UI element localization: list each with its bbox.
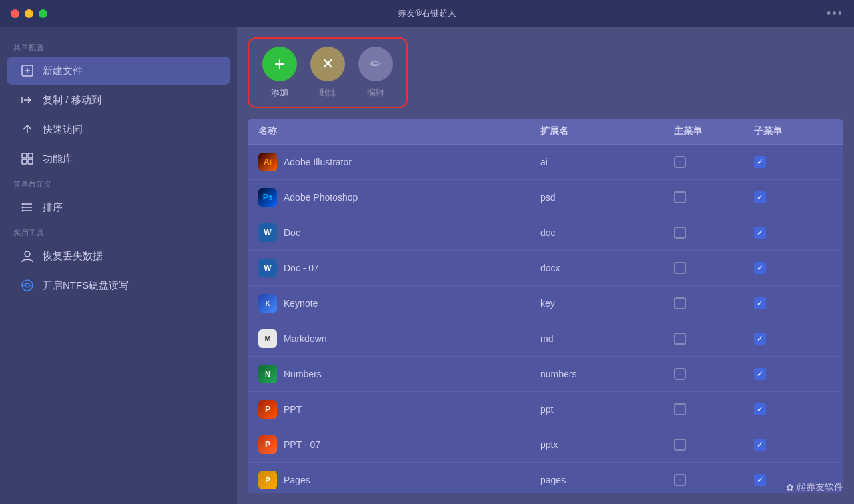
sidebar-item-copy-move[interactable]: 复制 / 移动到 [7,86,230,114]
cell-sub-7 [743,401,823,418]
checkbox-main-4[interactable] [674,297,686,309]
app-name: Markdown [284,333,327,344]
cell-ext-3: docx [530,260,663,276]
sidebar-item-recover-data[interactable]: 恢复丢失数据 [7,242,230,270]
cell-ext-7: ppt [530,401,663,417]
app-icon-word: W [258,259,277,277]
app-name: Keynote [284,298,318,309]
header-name: 名称 [248,125,530,137]
svg-rect-7 [28,159,33,164]
checkbox-main-9[interactable] [674,474,686,486]
titlebar: 赤友®右键超人 ••• [0,0,854,27]
checkbox-main-8[interactable] [674,439,686,451]
cell-ext-4: key [530,295,663,311]
main-layout: 菜单配置 新建文件 ▶ 复制 / 移动到 [0,27,854,504]
sidebar-item-function-library[interactable]: 功能库 [7,145,230,173]
checkbox-sub-3[interactable] [754,262,766,274]
checkbox-main-2[interactable] [674,227,686,239]
cell-sub-1 [743,189,823,206]
cell-main-4 [663,295,743,312]
delete-icon: ✕ [310,47,345,81]
app-name: Numbers [284,369,322,379]
edit-button[interactable]: ✏ 编辑 [358,47,393,99]
cell-main-7 [663,401,743,418]
svg-point-11 [22,203,24,205]
cell-sub-0 [743,153,823,171]
header-sub-menu: 子菜单 [743,125,823,137]
more-options-button[interactable]: ••• [827,7,843,21]
table-row[interactable]: PsAdobe Photoshoppsd [248,180,843,215]
cell-main-1 [663,189,743,206]
app-name: Doc - 07 [284,263,319,273]
svg-rect-4 [22,153,27,158]
edit-icon: ✏ [358,47,393,81]
table-row[interactable]: PPagespages [248,463,843,493]
watermark-text: @赤友软件 [797,481,843,493]
cell-name-8: PPPT - 07 [248,433,530,457]
app-icon-photoshop: Ps [258,188,277,207]
app-icon-numbers: N [258,365,277,383]
checkbox-sub-0[interactable] [754,156,766,168]
checkbox-main-3[interactable] [674,262,686,274]
checkbox-main-5[interactable] [674,333,686,345]
table-row[interactable]: WDoc - 07docx [248,251,843,286]
cell-main-0 [663,153,743,171]
sidebar-item-quick-access[interactable]: 快速访问 [7,115,230,143]
table-row[interactable]: AiAdobe Illustratorai [248,145,843,180]
checkbox-main-1[interactable] [674,191,686,203]
minimize-button[interactable] [25,9,33,18]
svg-rect-6 [22,159,27,164]
sidebar-item-recover-data-label: 恢复丢失数据 [43,250,103,263]
checkbox-sub-4[interactable] [754,297,766,309]
cell-ext-2: doc [530,225,663,241]
sidebar-item-ntfs[interactable]: 开启NTFS硬盘读写 [7,271,230,299]
checkbox-sub-9[interactable] [754,474,766,486]
checkbox-main-7[interactable] [674,403,686,415]
cell-sub-5 [743,330,823,347]
checkbox-sub-5[interactable] [754,333,766,345]
cell-ext-9: pages [530,472,663,488]
delete-button[interactable]: ✕ 删除 [310,47,345,99]
close-button[interactable] [11,9,19,18]
table-row[interactable]: PPPTppt [248,392,843,427]
cell-sub-3 [743,259,823,277]
checkbox-main-0[interactable] [674,156,686,168]
table-row[interactable]: KKeynotekey [248,286,843,321]
app-icon-illustrator: Ai [258,153,277,171]
app-name: PPT [284,404,302,415]
table-row[interactable]: WDocdoc [248,215,843,251]
sidebar-item-new-file[interactable]: 新建文件 ▶ [7,57,230,85]
add-button[interactable]: + 添加 [262,47,297,99]
table-row[interactable]: PPPT - 07pptx [248,427,843,463]
app-icon-ppt: P [258,400,277,419]
add-label: 添加 [271,87,288,99]
table-header: 名称 扩展名 主菜单 子菜单 [248,119,843,145]
cell-name-6: NNumbers [248,362,530,386]
maximize-button[interactable] [39,9,47,18]
table-row[interactable]: NNumbersnumbers [248,357,843,392]
cell-name-9: PPages [248,468,530,492]
checkbox-sub-1[interactable] [754,191,766,203]
app-name: Adobe Illustrator [284,157,352,167]
sidebar-item-sort[interactable]: 排序 [7,193,230,221]
svg-rect-5 [28,153,33,158]
checkbox-main-6[interactable] [674,368,686,380]
cell-ext-6: numbers [530,366,663,382]
cell-main-5 [663,330,743,347]
content-area: + 添加 ✕ 删除 ✏ 编辑 名称 扩展名 主菜单 子菜单 Ai [237,27,854,504]
cell-sub-2 [743,224,823,241]
checkbox-sub-7[interactable] [754,403,766,415]
cell-name-0: AiAdobe Illustrator [248,150,530,174]
table-row[interactable]: MMarkdownmd [248,321,843,357]
app-name: Doc [284,227,300,238]
traffic-lights [11,9,47,18]
checkbox-sub-6[interactable] [754,368,766,380]
toolbar: + 添加 ✕ 删除 ✏ 编辑 [248,37,408,108]
checkbox-sub-2[interactable] [754,227,766,239]
cell-name-4: KKeynote [248,291,530,315]
app-name: Adobe Photoshop [284,192,358,203]
checkbox-sub-8[interactable] [754,439,766,451]
app-icon-pages: P [258,471,277,489]
cell-sub-4 [743,295,823,312]
cell-main-2 [663,224,743,241]
